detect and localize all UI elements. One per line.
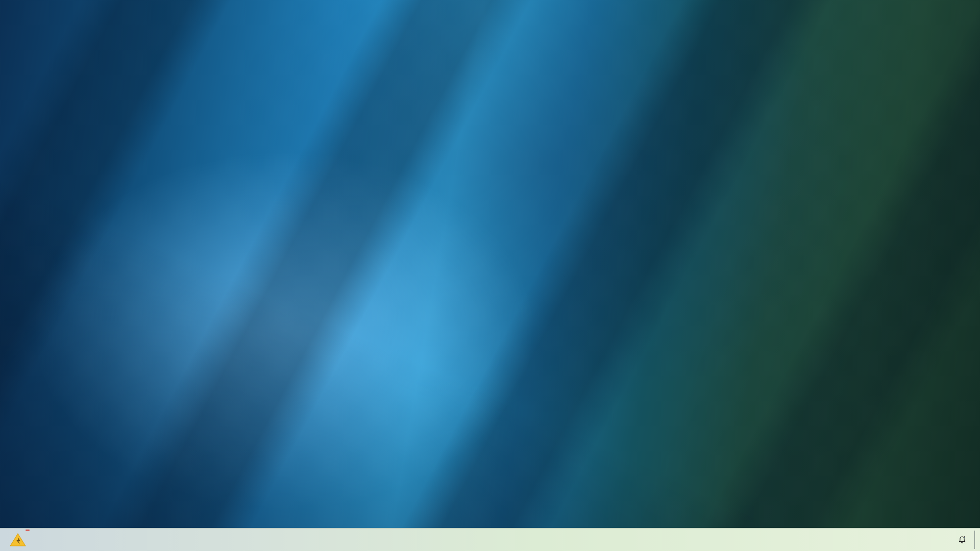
notification-bell-dnd-icon[interactable]: z <box>955 533 969 546</box>
weather-warning-icon <box>9 531 27 548</box>
svg-text:z: z <box>964 536 965 538</box>
weather-widget[interactable] <box>5 529 35 551</box>
weather-alert-count <box>26 530 30 531</box>
system-tray: z <box>944 529 977 551</box>
show-desktop-button[interactable] <box>974 531 977 549</box>
desktop <box>0 0 980 529</box>
taskbar: z <box>0 528 980 551</box>
